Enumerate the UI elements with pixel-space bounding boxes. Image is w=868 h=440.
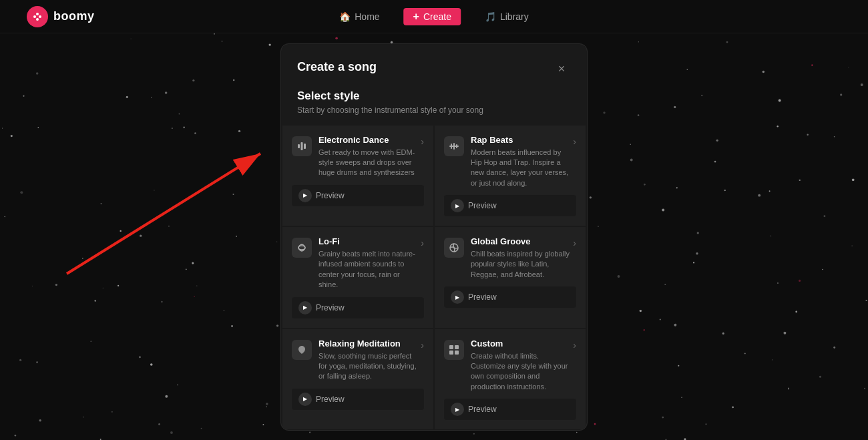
close-button[interactable]: × xyxy=(552,60,571,79)
preview-label-rap-beats: Preview xyxy=(468,201,497,210)
style-name-electronic-dance: Electronic Dance xyxy=(318,135,421,145)
style-card-header: Global Groove Chill beats inspired by gl… xyxy=(444,236,576,280)
svg-rect-11 xyxy=(453,143,455,150)
play-button-rap-beats[interactable]: ▶ xyxy=(451,199,464,212)
style-name-lo-fi: Lo-Fi xyxy=(318,236,421,246)
svg-rect-10 xyxy=(451,144,452,149)
preview-bar-lo-fi[interactable]: ▶ Preview xyxy=(292,297,424,318)
style-name-relaxing-meditation: Relaxing Meditation xyxy=(318,339,421,349)
modal-header: Create a song × xyxy=(281,44,587,89)
play-button-global-groove[interactable]: ▶ xyxy=(451,290,464,304)
play-button-lo-fi[interactable]: ▶ xyxy=(298,301,312,314)
style-icon-electronic-dance xyxy=(292,136,312,156)
modal-overlay: Create a song × Select style Start by ch… xyxy=(0,0,868,440)
style-card-global-groove[interactable]: Global Groove Chill beats inspired by gl… xyxy=(435,227,586,328)
modal-title: Create a song xyxy=(297,60,377,74)
play-button-custom[interactable]: ▶ xyxy=(451,403,464,416)
style-desc-custom: Create without limits. Customize any sty… xyxy=(471,351,573,393)
style-info-relaxing-meditation: Relaxing Meditation Slow, soothing music… xyxy=(318,339,421,382)
style-card-content: Lo-Fi Grainy beats melt into nature-infu… xyxy=(292,236,421,290)
style-card-header: Lo-Fi Grainy beats melt into nature-infu… xyxy=(292,236,424,290)
style-desc-rap-beats: Modern beats influenced by Hip Hop and T… xyxy=(471,148,573,189)
modal-subtitle-section: Select style Start by choosing the instr… xyxy=(281,89,587,126)
create-song-modal: Create a song × Select style Start by ch… xyxy=(280,43,588,431)
style-desc-relaxing-meditation: Slow, soothing music perfect for yoga, m… xyxy=(318,351,421,382)
chevron-right-icon: › xyxy=(421,340,424,351)
style-icon-custom xyxy=(444,340,464,360)
play-button-relaxing-meditation[interactable]: ▶ xyxy=(298,393,312,406)
style-card-relaxing-meditation[interactable]: Relaxing Meditation Slow, soothing music… xyxy=(282,329,433,430)
style-name-global-groove: Global Groove xyxy=(471,236,573,246)
chevron-right-icon: › xyxy=(573,136,576,147)
svg-rect-18 xyxy=(455,351,459,355)
style-info-lo-fi: Lo-Fi Grainy beats melt into nature-infu… xyxy=(318,236,421,290)
style-name-custom: Custom xyxy=(471,339,573,349)
style-card-lo-fi[interactable]: Lo-Fi Grainy beats melt into nature-infu… xyxy=(282,227,433,328)
preview-label-custom: Preview xyxy=(468,405,497,414)
svg-rect-7 xyxy=(301,142,303,150)
style-card-electronic-dance[interactable]: Electronic Dance Get ready to move with … xyxy=(282,126,433,226)
preview-label-electronic-dance: Preview xyxy=(316,191,345,200)
style-card-rap-beats[interactable]: Rap Beats Modern beats influenced by Hip… xyxy=(435,126,586,226)
style-name-rap-beats: Rap Beats xyxy=(471,135,573,145)
svg-rect-8 xyxy=(304,144,306,149)
svg-rect-16 xyxy=(455,345,459,349)
preview-label-lo-fi: Preview xyxy=(316,303,345,312)
style-desc-global-groove: Chill beats inspired by globally popular… xyxy=(471,249,573,280)
style-card-content: Relaxing Meditation Slow, soothing music… xyxy=(292,339,421,382)
style-desc-electronic-dance: Get ready to move with EDM-style sweeps … xyxy=(318,148,421,178)
style-card-content: Electronic Dance Get ready to move with … xyxy=(292,135,421,178)
style-card-content: Global Groove Chill beats inspired by gl… xyxy=(444,236,573,280)
preview-bar-custom[interactable]: ▶ Preview xyxy=(444,399,576,420)
play-button-electronic-dance[interactable]: ▶ xyxy=(298,189,312,202)
select-style-desc: Start by choosing the instrumental style… xyxy=(297,105,571,115)
style-info-global-groove: Global Groove Chill beats inspired by gl… xyxy=(471,236,573,280)
preview-bar-global-groove[interactable]: ▶ Preview xyxy=(444,286,576,308)
style-icon-global-groove xyxy=(444,238,464,258)
style-card-header: Rap Beats Modern beats influenced by Hip… xyxy=(444,135,576,189)
styles-grid: Electronic Dance Get ready to move with … xyxy=(281,126,587,431)
chevron-right-icon: › xyxy=(573,238,576,248)
svg-rect-12 xyxy=(456,144,457,148)
chevron-right-icon: › xyxy=(573,340,576,351)
style-icon-lo-fi xyxy=(292,238,312,258)
style-card-custom[interactable]: Custom Create without limits. Customize … xyxy=(435,329,586,430)
select-style-label: Select style xyxy=(297,89,571,103)
style-card-header: Relaxing Meditation Slow, soothing music… xyxy=(292,339,424,382)
style-icon-relaxing-meditation xyxy=(292,340,312,360)
chevron-right-icon: › xyxy=(421,238,424,248)
style-card-content: Rap Beats Modern beats influenced by Hip… xyxy=(444,135,573,189)
svg-rect-17 xyxy=(449,351,453,355)
preview-bar-electronic-dance[interactable]: ▶ Preview xyxy=(292,185,424,206)
style-card-header: Custom Create without limits. Customize … xyxy=(444,339,576,393)
preview-bar-rap-beats[interactable]: ▶ Preview xyxy=(444,195,576,216)
chevron-right-icon: › xyxy=(421,136,424,147)
style-card-content: Custom Create without limits. Customize … xyxy=(444,339,573,393)
style-icon-rap-beats xyxy=(444,136,464,156)
preview-bar-relaxing-meditation[interactable]: ▶ Preview xyxy=(292,389,424,410)
style-info-rap-beats: Rap Beats Modern beats influenced by Hip… xyxy=(471,135,573,189)
style-desc-lo-fi: Grainy beats melt into nature-infused am… xyxy=(318,249,421,290)
preview-label-global-groove: Preview xyxy=(468,292,497,302)
svg-rect-15 xyxy=(449,345,453,349)
style-card-header: Electronic Dance Get ready to move with … xyxy=(292,135,424,178)
style-info-custom: Custom Create without limits. Customize … xyxy=(471,339,573,393)
svg-rect-6 xyxy=(298,144,300,148)
preview-label-relaxing-meditation: Preview xyxy=(316,395,345,404)
style-info-electronic-dance: Electronic Dance Get ready to move with … xyxy=(318,135,421,178)
